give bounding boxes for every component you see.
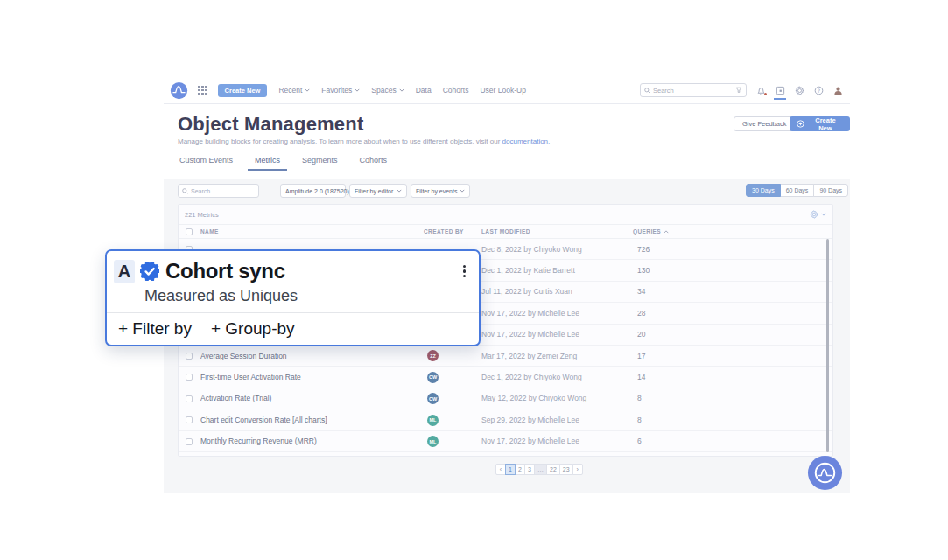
queries-count: 28 — [637, 303, 645, 323]
workspace-window-icon[interactable] — [775, 85, 785, 95]
table-header: NAME CREATED BY LAST MODIFIED QUERIES — [179, 224, 832, 239]
pagination-page-22[interactable]: 22 — [546, 464, 560, 475]
day-range-60[interactable]: 60 Days — [780, 184, 815, 197]
amplitude-logo-icon[interactable] — [170, 81, 188, 100]
create-new-button[interactable]: Create New — [218, 84, 268, 97]
column-header-name[interactable]: NAME — [200, 225, 219, 238]
filter-by-editor-dropdown[interactable]: Filter by editor — [349, 184, 407, 198]
nav-item-recent[interactable]: Recent — [278, 86, 310, 94]
table-scrollbar[interactable] — [826, 239, 829, 452]
metrics-count-row: 221 Metrics — [179, 205, 832, 224]
metrics-search[interactable] — [178, 184, 259, 198]
active-nav-indicator — [774, 98, 786, 100]
nav-item-spaces[interactable]: Spaces — [371, 86, 404, 94]
last-modified: Nov 17, 2022 by Michelle Lee — [481, 325, 579, 345]
create-new-label: Create New — [808, 116, 843, 132]
pagination-page-23[interactable]: 23 — [559, 464, 573, 475]
global-search[interactable] — [640, 83, 747, 97]
page-subtitle: Manage building blocks for creating anal… — [178, 137, 550, 145]
group-by-button[interactable]: + Group-by — [211, 319, 295, 339]
chevron-down-icon — [397, 189, 402, 192]
last-modified: Jul 11, 2022 by Curtis Xuan — [481, 282, 572, 302]
documentation-link[interactable]: documentation. — [502, 137, 551, 145]
create-new-header-button[interactable]: Create New — [790, 116, 850, 131]
metric-name: Monthly Recurring Revenue (MRR) — [200, 431, 317, 452]
day-range-90[interactable]: 90 Days — [813, 184, 848, 197]
table-row[interactable]: Activation Rate (Trial) CW May 12, 2022 … — [179, 388, 832, 410]
pagination-next[interactable]: › — [572, 464, 583, 475]
page-header: Object Management Manage building blocks… — [164, 105, 850, 178]
nav-item-favorites[interactable]: Favorites — [321, 86, 360, 94]
nav-item-data[interactable]: Data — [416, 86, 432, 94]
filter-funnel-icon[interactable] — [735, 87, 742, 94]
column-settings-control[interactable] — [810, 210, 826, 219]
nav-item-cohorts[interactable]: Cohorts — [443, 86, 469, 94]
global-search-input[interactable] — [653, 87, 733, 94]
filter-by-events-dropdown[interactable]: Filter by events — [411, 184, 470, 198]
tab-cohorts[interactable]: Cohorts — [358, 156, 390, 171]
more-options-icon[interactable] — [460, 262, 468, 281]
created-by-avatar: ML — [427, 415, 439, 426]
last-modified: Dec 8, 2022 by Chiyoko Wong — [481, 239, 582, 259]
queries-count: 20 — [637, 325, 645, 345]
metric-name: First-time User Activation Rate — [200, 367, 301, 387]
nav-item-label: User Look-Up — [480, 86, 525, 94]
row-checkbox[interactable] — [186, 416, 193, 424]
table-row[interactable]: Monthly Recurring Revenue (MRR) ML Nov 1… — [179, 431, 832, 452]
column-header-created-by[interactable]: CREATED BY — [424, 225, 464, 238]
pagination: ‹ 1 2 3 … 22 23 › — [495, 464, 583, 475]
chevron-down-icon — [305, 88, 310, 92]
chevron-down-icon — [821, 213, 826, 216]
day-range-segmented-control: 30 Days 60 Days 90 Days — [746, 184, 848, 197]
table-row[interactable]: First-time User Activation Rate CW Dec 1… — [179, 367, 832, 388]
chevron-down-icon — [460, 189, 465, 192]
table-row[interactable]: Chart edit Conversion Rate [All charts] … — [179, 410, 832, 430]
project-dropdown[interactable]: Amplitude 2.0 (187520) — [280, 184, 346, 198]
user-avatar[interactable] — [832, 85, 843, 95]
column-header-queries[interactable]: QUERIES — [633, 225, 669, 238]
row-checkbox[interactable] — [186, 353, 193, 360]
metric-name: Average Session Duration — [200, 346, 287, 366]
subtitle-text: Manage building blocks for creating anal… — [178, 137, 502, 145]
filter-by-button[interactable]: + Filter by — [118, 319, 192, 339]
row-checkbox[interactable] — [186, 374, 193, 381]
last-modified: Mar 17, 2022 by Zemei Zeng — [481, 346, 577, 366]
last-modified: Dec 1, 2022 by Katie Barrett — [481, 260, 575, 280]
row-checkbox[interactable] — [186, 438, 193, 445]
search-icon — [182, 188, 188, 194]
nav-item-user-lookup[interactable]: User Look-Up — [480, 86, 525, 94]
letter-tile: A — [114, 260, 135, 284]
day-range-30[interactable]: 30 Days — [746, 184, 781, 197]
table-row[interactable]: Average Session Duration ZZ Mar 17, 2022… — [179, 346, 832, 367]
plus-circle-icon — [797, 120, 804, 128]
tab-segments[interactable]: Segments — [300, 156, 340, 171]
metrics-search-input[interactable] — [191, 188, 255, 194]
notifications-bell-icon[interactable] — [755, 85, 766, 95]
tab-custom-events[interactable]: Custom Events — [178, 156, 235, 171]
give-feedback-button[interactable]: Give Feedback — [734, 116, 795, 131]
metric-name: Chart edit Conversion Rate [All charts] — [200, 410, 327, 430]
queries-count: 6 — [637, 431, 642, 452]
metric-name: Activation Rate (Trial) — [200, 388, 271, 409]
created-by-avatar: ML — [427, 436, 439, 447]
settings-gear-icon[interactable] — [794, 85, 804, 95]
nav-item-label: Recent — [278, 86, 302, 94]
sort-ascending-icon — [664, 230, 669, 234]
help-icon[interactable]: ? — [813, 85, 824, 95]
column-header-last-modified[interactable]: LAST MODIFIED — [481, 225, 530, 238]
queries-count: 14 — [637, 367, 645, 387]
top-nav-bar: Create New Recent Favorites Spaces Data … — [164, 77, 850, 104]
select-all-checkbox[interactable] — [186, 228, 193, 235]
tab-metrics[interactable]: Metrics — [253, 156, 282, 171]
gear-icon — [810, 210, 818, 219]
created-by-avatar: ZZ — [427, 350, 439, 361]
amplitude-floating-button[interactable] — [807, 455, 843, 491]
card-header: A Cohort sync — [114, 258, 468, 284]
pagination-page-1[interactable]: 1 — [505, 464, 516, 475]
row-checkbox[interactable] — [186, 396, 193, 402]
app-switcher-icon[interactable] — [198, 86, 207, 95]
chevron-down-icon — [399, 88, 404, 92]
search-icon — [644, 88, 650, 94]
top-nav-right: ? — [640, 83, 843, 97]
nav-item-label: Data — [416, 86, 432, 94]
